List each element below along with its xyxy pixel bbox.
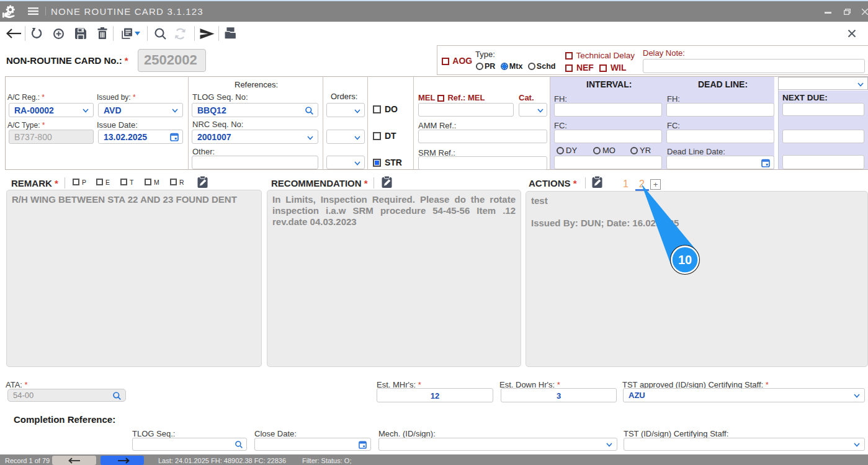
svg-text:10: 10 <box>678 253 692 267</box>
